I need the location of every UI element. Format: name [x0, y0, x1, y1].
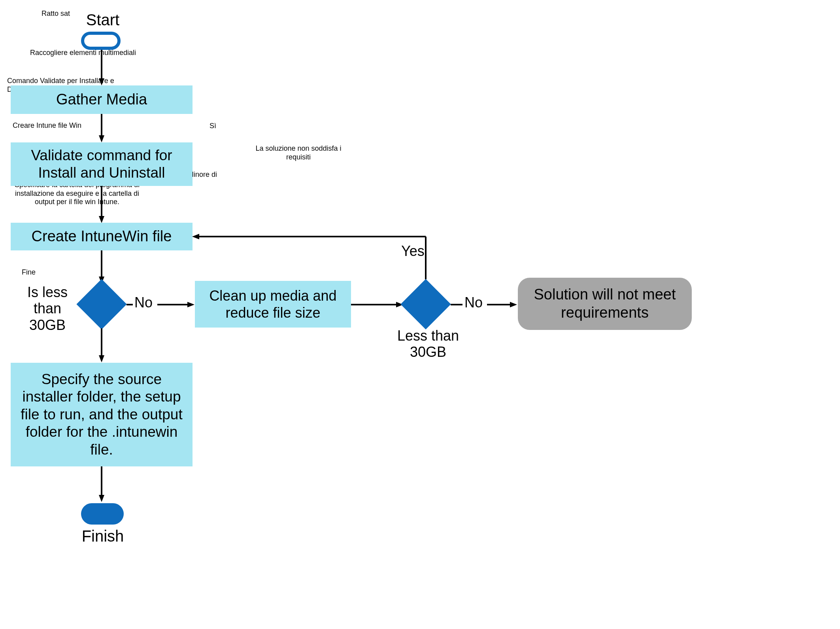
decision2-diamond-wrap	[408, 286, 444, 322]
flowchart-canvas: Ratto sat Raccogliere elementi multimedi…	[0, 0, 840, 629]
arrow-create-decision1	[99, 250, 107, 284]
svg-marker-15	[510, 302, 517, 307]
decision1-label: Is less than 30GB	[14, 284, 81, 333]
svg-marker-1	[99, 78, 104, 85]
validate-text: Validate command for Install and Uninsta…	[15, 147, 188, 182]
create-text: Create IntuneWin file	[32, 227, 172, 246]
solution-box: Solution will not meet requirements	[518, 278, 692, 330]
arrow-start-gather	[99, 50, 107, 85]
arrow-d1-yes	[99, 328, 107, 362]
italian-ratto: Ratto sat	[42, 9, 70, 18]
svg-marker-17	[192, 234, 199, 239]
arrow-gather-validate	[99, 114, 107, 142]
italian-si: Sì	[210, 122, 216, 131]
create-box: Create IntuneWin file	[11, 223, 193, 250]
gather-media-text: Gather Media	[56, 91, 147, 109]
decision1-diamond-wrap	[84, 286, 119, 322]
arrow-d2-no-a	[451, 301, 465, 309]
solution-text: Solution will not meet requirements	[526, 286, 684, 322]
validate-box: Validate command for Install and Uninsta…	[11, 142, 193, 186]
svg-marker-5	[99, 216, 104, 223]
finish-label: Finish	[71, 527, 134, 545]
arrow-validate-create	[99, 186, 107, 223]
decision1-diamond	[76, 279, 126, 329]
decision2-diamond	[400, 279, 451, 329]
arrow-d2-no-b	[487, 301, 519, 309]
decision2-no-label: No	[464, 294, 483, 311]
italian-soluzione: La soluzione non soddisfa i requisiti	[253, 144, 344, 161]
svg-marker-19	[99, 355, 104, 362]
start-terminal	[81, 32, 121, 50]
arrow-d1-no	[157, 301, 196, 309]
gather-media-box: Gather Media	[11, 85, 193, 114]
decision2-label: Less than 30GB	[393, 328, 464, 360]
arrow-specify-finish	[99, 466, 107, 502]
italian-minore-di: Minore di	[188, 171, 235, 179]
svg-marker-3	[99, 135, 104, 142]
svg-marker-10	[187, 302, 194, 307]
specify-text: Specify the source installer folder, the…	[15, 371, 188, 458]
start-label: Start	[67, 11, 138, 29]
arrow-clean-d2	[351, 301, 405, 309]
italian-fine: Fine	[22, 268, 45, 277]
italian-raccogliere: Raccogliere elementi multimediali	[8, 49, 158, 57]
cleanup-text: Clean up media and reduce file size	[200, 287, 346, 321]
specify-box: Specify the source installer folder, the…	[11, 363, 193, 466]
cleanup-box: Clean up media and reduce file size	[195, 281, 351, 328]
arrow-d2-yes	[190, 233, 431, 285]
finish-terminal	[81, 503, 124, 525]
svg-marker-21	[99, 495, 104, 502]
